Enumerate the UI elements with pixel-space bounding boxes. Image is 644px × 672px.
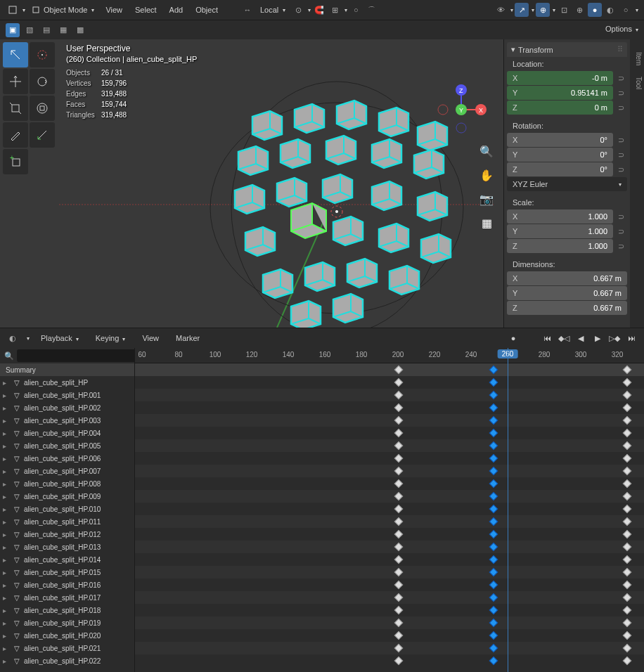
keyframe[interactable] bbox=[394, 391, 404, 400]
keyframe[interactable] bbox=[623, 530, 632, 539]
keyframe[interactable] bbox=[489, 606, 498, 615]
channel-row[interactable]: ▸▽alien_cube_split_HP.022 bbox=[0, 654, 134, 667]
keyframe[interactable] bbox=[623, 517, 632, 526]
channel-row[interactable]: ▸▽alien_cube_split_HP.019 bbox=[0, 616, 134, 629]
select-invert-icon[interactable]: ▩ bbox=[73, 23, 87, 37]
track-row[interactable] bbox=[135, 376, 644, 389]
expand-icon[interactable]: ▸ bbox=[3, 594, 10, 602]
add-cube-tool[interactable]: + bbox=[3, 149, 28, 174]
keyframe[interactable] bbox=[489, 543, 498, 552]
lock-icon[interactable]: ⊃ bbox=[614, 209, 627, 224]
track-row[interactable] bbox=[135, 465, 644, 477]
keyframe[interactable] bbox=[394, 378, 404, 387]
play-icon[interactable]: ▶ bbox=[591, 331, 605, 345]
keyframe[interactable] bbox=[623, 479, 632, 489]
channel-row[interactable]: ▸▽alien_cube_split_HP.002 bbox=[0, 401, 134, 414]
keyframe[interactable] bbox=[394, 505, 404, 514]
keyframe[interactable] bbox=[623, 581, 632, 590]
keyframe-next-icon[interactable]: ▷◆ bbox=[607, 331, 622, 345]
rotate-tool[interactable] bbox=[30, 69, 55, 94]
keyframe[interactable] bbox=[489, 517, 498, 526]
editor-type-icon[interactable] bbox=[6, 3, 20, 17]
prop-field-y[interactable]: Y1.000 bbox=[507, 224, 613, 238]
keyframe[interactable] bbox=[394, 403, 404, 413]
keyframe[interactable] bbox=[623, 467, 632, 476]
tab-tool[interactable]: Tool bbox=[630, 71, 644, 95]
keyframe[interactable] bbox=[489, 568, 498, 577]
keyframe[interactable] bbox=[623, 378, 632, 387]
keyframe[interactable] bbox=[394, 479, 404, 489]
select-intersect-icon[interactable]: ▦ bbox=[56, 23, 70, 37]
lock-icon[interactable]: ⊃ bbox=[614, 71, 627, 85]
keyframe[interactable] bbox=[489, 505, 498, 514]
shading-wire-icon[interactable]: ⊕ bbox=[572, 3, 586, 17]
track-row[interactable] bbox=[135, 439, 644, 452]
keyframe[interactable] bbox=[623, 644, 632, 653]
expand-icon[interactable]: ▸ bbox=[3, 619, 10, 627]
channel-row[interactable]: ▸▽alien_cube_split_HP.010 bbox=[0, 503, 134, 515]
keyframe[interactable] bbox=[489, 416, 498, 425]
keyframe[interactable] bbox=[394, 429, 404, 438]
keyframe[interactable] bbox=[489, 391, 498, 400]
track-row[interactable] bbox=[135, 629, 644, 642]
menu-playback[interactable]: Playback ▾ bbox=[35, 331, 84, 345]
expand-icon[interactable]: ▸ bbox=[3, 442, 10, 450]
summary-row[interactable]: Summary bbox=[0, 363, 134, 376]
options-dropdown[interactable]: Options ▾ bbox=[605, 25, 638, 33]
prop-field-x[interactable]: X0° bbox=[507, 133, 613, 147]
keyframe[interactable] bbox=[623, 619, 632, 628]
keyframe[interactable] bbox=[623, 543, 632, 552]
prop-field-z[interactable]: Z0 m bbox=[507, 101, 613, 115]
track-row[interactable] bbox=[135, 389, 644, 401]
track-row[interactable] bbox=[135, 541, 644, 553]
channel-row[interactable]: ▸▽alien_cube_split_HP.001 bbox=[0, 389, 134, 401]
orientation-icon[interactable]: ↔ bbox=[240, 3, 255, 17]
keyframe[interactable] bbox=[394, 517, 404, 526]
channel-row[interactable]: ▸▽alien_cube_split_HP.004 bbox=[0, 427, 134, 439]
channel-row[interactable]: ▸▽alien_cube_split_HP.007 bbox=[0, 465, 134, 477]
keyframe[interactable] bbox=[394, 568, 404, 577]
gizmo-toggle-icon[interactable]: ↗ bbox=[515, 3, 529, 17]
track-row[interactable] bbox=[135, 503, 644, 515]
keyframe[interactable] bbox=[623, 657, 632, 666]
shading-solid-icon[interactable]: ● bbox=[588, 3, 602, 17]
channel-row[interactable]: ▸▽alien_cube_split_HP.009 bbox=[0, 490, 134, 503]
expand-icon[interactable]: ▸ bbox=[3, 531, 10, 538]
select-new-icon[interactable]: ▣ bbox=[6, 23, 20, 37]
keyframe[interactable] bbox=[489, 619, 498, 628]
proportional-icon[interactable]: ○ bbox=[349, 3, 363, 17]
prop-field-y[interactable]: Y0° bbox=[507, 148, 613, 162]
channel-row[interactable]: ▸▽alien_cube_split_HP.012 bbox=[0, 528, 134, 541]
channel-row[interactable]: ▸▽alien_cube_split_HP.006 bbox=[0, 452, 134, 465]
keyframe[interactable] bbox=[623, 568, 632, 577]
snap-icon[interactable]: 🧲 bbox=[312, 3, 326, 17]
channel-row[interactable]: ▸▽alien_cube_split_HP.020 bbox=[0, 629, 134, 642]
expand-icon[interactable]: ▸ bbox=[3, 467, 10, 475]
channel-row[interactable]: ▸▽alien_cube_split_HP.013 bbox=[0, 541, 134, 553]
channel-row[interactable]: ▸▽alien_cube_split_HP.005 bbox=[0, 439, 134, 452]
keyframe[interactable] bbox=[394, 606, 404, 615]
jump-start-icon[interactable]: ⏮ bbox=[540, 331, 554, 345]
prop-field-z[interactable]: Z0° bbox=[507, 162, 613, 176]
expand-icon[interactable]: ▸ bbox=[3, 632, 10, 640]
jump-end-icon[interactable]: ⏭ bbox=[624, 331, 638, 345]
keyframe[interactable] bbox=[489, 429, 498, 438]
keyframe[interactable] bbox=[394, 631, 404, 640]
keyframe-prev-icon[interactable]: ◆◁ bbox=[557, 331, 571, 345]
dopesheet-editor-icon[interactable]: ◐ bbox=[6, 331, 20, 345]
dim-field-y[interactable]: Y0.667 m bbox=[507, 286, 627, 300]
keyframe[interactable] bbox=[394, 454, 404, 463]
keyframe[interactable] bbox=[394, 543, 404, 552]
expand-icon[interactable]: ▸ bbox=[3, 645, 10, 652]
track-row[interactable] bbox=[135, 452, 644, 465]
keyframe[interactable] bbox=[489, 467, 498, 476]
keyframe[interactable] bbox=[489, 479, 498, 489]
keyframe[interactable] bbox=[394, 593, 404, 602]
prop-field-x[interactable]: X-0 m bbox=[507, 71, 613, 85]
lock-icon[interactable]: ⊃ bbox=[614, 162, 627, 176]
keyframe[interactable] bbox=[489, 644, 498, 653]
expand-icon[interactable]: ▸ bbox=[3, 455, 10, 463]
lock-icon[interactable]: ⊃ bbox=[614, 133, 627, 147]
keyframe[interactable] bbox=[394, 644, 404, 653]
camera-icon[interactable]: 📷 bbox=[477, 189, 496, 209]
